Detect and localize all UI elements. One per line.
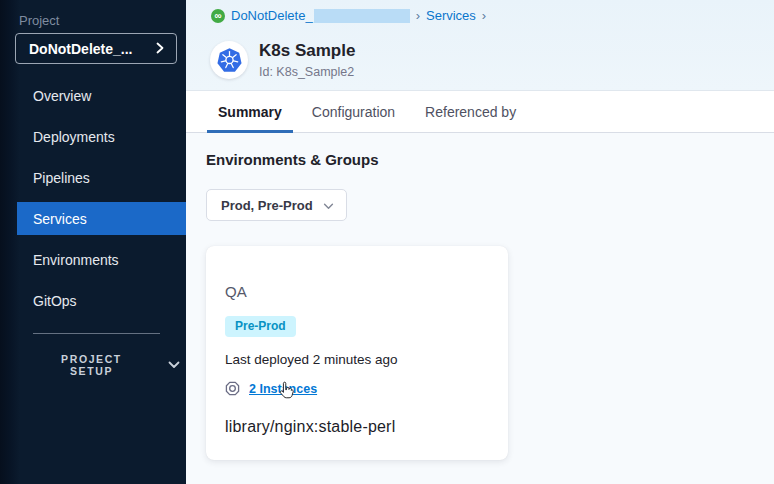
project-label: Project [19,13,186,28]
sidebar-item-deployments[interactable]: Deployments [17,120,186,153]
project-icon: ∞ [211,9,225,23]
environment-name: QA [225,283,488,300]
sidebar-nav: Overview Deployments Pipelines Services … [0,79,186,317]
project-setup-toggle[interactable]: PROJECT SETUP [33,352,186,378]
main-area: ∞ DoNotDelete_ › Services › [186,0,774,484]
app-root: Project DoNotDelete_... Overview Deploym… [0,0,774,484]
sidebar-item-overview[interactable]: Overview [17,79,186,112]
sidebar-item-services[interactable]: Services [17,202,186,235]
service-title-block: K8s Sample Id: K8s_Sample2 [259,40,355,80]
tab-summary[interactable]: Summary [207,91,293,132]
project-selector[interactable]: DoNotDelete_... [15,33,177,64]
project-selector-value: DoNotDelete_... [29,41,132,57]
page-title: K8s Sample [259,40,355,62]
breadcrumb-separator: › [416,8,420,23]
project-setup-label: PROJECT SETUP [39,353,144,377]
badge-row: Pre-Prod [225,316,488,337]
service-title-row: K8s Sample Id: K8s_Sample2 [186,40,774,80]
chevron-right-icon [156,41,164,57]
environment-card: QA Pre-Prod Last deployed 2 minutes ago … [206,246,508,460]
instances-link[interactable]: 2 Instances [249,382,317,396]
summary-content: Environments & Groups Prod, Pre-Prod QA … [186,133,774,460]
instances-row: 2 Instances [225,381,488,396]
breadcrumb-services-link[interactable]: Services [426,8,476,23]
page-subtitle: Id: K8s_Sample2 [259,64,355,80]
env-filter-value: Prod, Pre-Prod [221,198,313,213]
tab-bar: Summary Configuration Referenced by [186,90,774,133]
project-sidebar: Project DoNotDelete_... Overview Deploym… [0,0,186,484]
chevron-down-icon [168,359,180,371]
artifact-name: library/nginx:stable-perl [225,418,488,436]
chevron-down-icon [323,198,334,213]
env-filter-dropdown[interactable]: Prod, Pre-Prod [206,189,347,221]
sidebar-item-pipelines[interactable]: Pipelines [17,161,186,194]
tab-configuration[interactable]: Configuration [301,91,406,132]
breadcrumb-selection-highlight [314,9,410,23]
last-deployed-text: Last deployed 2 minutes ago [225,352,488,367]
page-header: ∞ DoNotDelete_ › Services › [186,0,774,90]
kubernetes-icon [210,41,248,79]
instances-icon [225,381,240,396]
breadcrumb-project-link[interactable]: DoNotDelete_ [231,8,313,23]
section-title: Environments & Groups [206,151,754,168]
sidebar-item-environments[interactable]: Environments [17,243,186,276]
tab-referenced-by[interactable]: Referenced by [414,91,527,132]
breadcrumb: ∞ DoNotDelete_ › Services › [186,0,774,23]
breadcrumb-separator: › [482,8,486,23]
sidebar-item-gitops[interactable]: GitOps [17,284,186,317]
env-type-badge: Pre-Prod [225,316,296,337]
sidebar-divider [33,333,160,334]
